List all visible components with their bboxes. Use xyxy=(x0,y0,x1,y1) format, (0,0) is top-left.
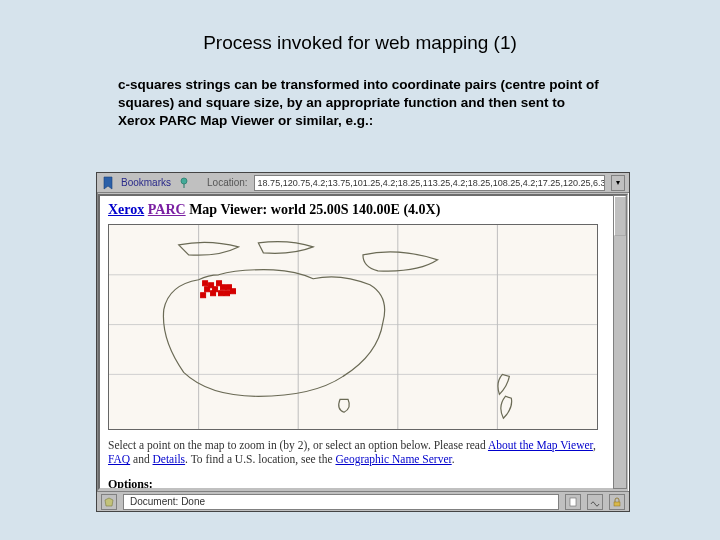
page-title: Xerox PARC Map Viewer: world 25.00S 140.… xyxy=(108,202,618,218)
bookmark-icon xyxy=(101,176,115,190)
svg-rect-8 xyxy=(203,281,208,286)
status-text: Document: Done xyxy=(123,494,559,510)
vertical-scrollbar[interactable] xyxy=(613,195,627,489)
scrollbar-thumb[interactable] xyxy=(614,196,626,236)
location-icon xyxy=(177,176,191,190)
browser-window: Bookmarks Location: 18.75,120.75,4.2;13.… xyxy=(96,172,630,512)
options-label: Options: xyxy=(108,477,618,490)
slide-title: Process invoked for web mapping (1) xyxy=(0,0,720,54)
browser-viewport: Xerox PARC Map Viewer: world 25.00S 140.… xyxy=(98,194,628,490)
about-link[interactable]: About the Map Viewer xyxy=(488,439,593,451)
parc-link[interactable]: PARC xyxy=(148,202,186,217)
svg-rect-13 xyxy=(221,285,226,290)
svg-rect-21 xyxy=(614,502,620,506)
location-dropdown[interactable]: ▾ xyxy=(611,175,625,191)
details-link[interactable]: Details xyxy=(153,453,186,465)
faq-link[interactable]: FAQ xyxy=(108,453,130,465)
svg-rect-20 xyxy=(570,498,576,506)
svg-rect-18 xyxy=(230,289,235,294)
svg-point-0 xyxy=(181,178,187,184)
status-bar: Document: Done xyxy=(97,491,629,511)
security-icon xyxy=(101,494,117,510)
bookmarks-label[interactable]: Bookmarks xyxy=(121,177,171,188)
svg-rect-10 xyxy=(205,287,210,292)
location-label: Location: xyxy=(207,177,248,188)
svg-rect-14 xyxy=(211,291,216,296)
page-title-rest: Map Viewer: world 25.00S 140.00E (4.0X) xyxy=(189,202,440,217)
svg-rect-15 xyxy=(219,291,224,296)
location-input[interactable]: 18.75,120.75,4.2;13.75,101.25,4.2;18.25,… xyxy=(254,175,605,191)
net-icon xyxy=(587,494,603,510)
doc-icon xyxy=(565,494,581,510)
instruction-text: Select a point on the map to zoom in (by… xyxy=(108,438,618,467)
svg-rect-19 xyxy=(201,293,206,298)
bookmarks-toolbar: Bookmarks Location: 18.75,120.75,4.2;13.… xyxy=(97,173,629,193)
slide-body-text: c-squares strings can be transformed int… xyxy=(118,76,602,131)
lock-icon xyxy=(609,494,625,510)
map-image[interactable] xyxy=(108,224,598,430)
xerox-link[interactable]: Xerox xyxy=(108,202,144,217)
gns-link[interactable]: Geographic Name Server xyxy=(335,453,451,465)
svg-rect-17 xyxy=(225,291,230,296)
